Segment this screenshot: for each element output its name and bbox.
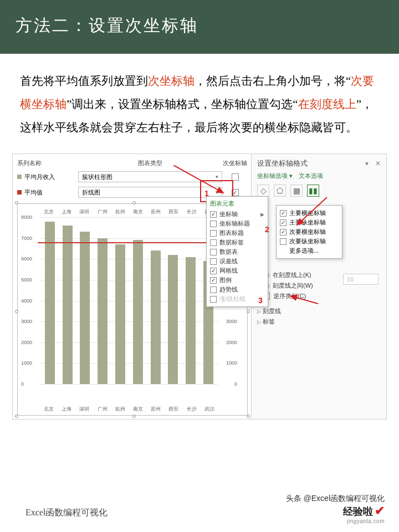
chart-element-item[interactable]: 趋势线: [210, 285, 264, 294]
bar[interactable]: [168, 255, 178, 384]
chart-element-item[interactable]: 图表标题: [210, 228, 264, 238]
chart-elements-popup: 图表元素 ✓坐标轴▶坐标轴标题图表标题数据标签数据表误差线✓网格线✓图例趋势线涨…: [206, 196, 268, 307]
series-label: 平均月收入: [24, 173, 55, 181]
series-table: 系列名称 图表类型 次坐标轴 平均月收入 簇状柱形图▾ 平均值 折线图▾ ✓ 1: [17, 157, 248, 200]
chart-element-item[interactable]: 误差线: [210, 257, 264, 266]
bar[interactable]: [45, 222, 55, 384]
series-label: 平均值: [24, 188, 43, 197]
bar[interactable]: [98, 238, 108, 384]
bar[interactable]: [133, 240, 143, 384]
col-chart-type: 图表类型: [78, 159, 222, 167]
bar[interactable]: [115, 244, 125, 384]
col-series-name: 系列名称: [17, 159, 78, 167]
chart-element-item[interactable]: 坐标轴标题: [210, 219, 264, 228]
bar[interactable]: [80, 232, 90, 384]
section-tick-marks[interactable]: ▷刻度线: [257, 306, 381, 316]
axis-submenu-popup: ✓主要横坐标轴✓主要纵坐标轴✓次要横坐标轴次要纵坐标轴更多选项...: [276, 205, 342, 259]
x-axis-labels-bottom: 北京上海深圳广州杭州南京苏州西安长沙武汉: [40, 406, 218, 413]
chart-element-item[interactable]: ✓网格线: [210, 266, 264, 275]
pane-subtabs[interactable]: 坐标轴选项 ▾ 文本选项: [257, 172, 381, 180]
chart-element-item[interactable]: 数据表: [210, 247, 264, 257]
dropdown-icon[interactable]: ▾: [365, 160, 369, 167]
series-color-swatch: [17, 190, 22, 195]
size-icon[interactable]: ▦: [290, 185, 303, 197]
instruction-paragraph: 首先将平均值系列放置到次坐标轴，然后点击右上角小加号，将“次要横坐标轴”调出来，…: [0, 54, 399, 149]
axis-options-icon[interactable]: ▮▮: [307, 185, 319, 197]
chart-element-item[interactable]: ✓坐标轴▶: [210, 209, 264, 219]
effects-icon[interactable]: ⬠: [274, 185, 286, 197]
col-secondary-axis: 次坐标轴: [222, 159, 248, 167]
bar[interactable]: [186, 257, 196, 385]
axis-option-item[interactable]: ✓次要横坐标轴: [280, 227, 339, 237]
x-axis-labels-top: 北京上海深圳广州杭州南京苏州西安长沙武汉: [40, 208, 218, 216]
bar[interactable]: [63, 226, 73, 384]
callout-number: 2: [265, 225, 269, 234]
axis-option-item[interactable]: ✓主要纵坐标轴: [280, 218, 339, 227]
series-color-swatch: [17, 175, 22, 179]
excel-screenshot: 系列名称 图表类型 次坐标轴 平均月收入 簇状柱形图▾ 平均值 折线图▾ ✓ 1: [12, 154, 387, 420]
checkbox-reverse-categories[interactable]: 逆序类别(C): [257, 291, 381, 301]
chevron-down-icon: ▾: [216, 174, 218, 180]
pane-icon-tabs: ◇ ⬠ ▦ ▮▮: [257, 185, 381, 197]
bar[interactable]: [151, 250, 161, 384]
callout-number: 3: [258, 296, 263, 305]
chart-element-item[interactable]: 涨/跌柱线: [210, 294, 264, 304]
section-labels[interactable]: ▷标签: [257, 316, 381, 327]
axis-option-item[interactable]: ✓主要横坐标轴: [280, 208, 339, 218]
average-line: [38, 242, 221, 243]
footer-watermark: 头条 @Excel函数编程可视化 经验啦✔ jingyanla.com: [286, 494, 385, 524]
close-icon[interactable]: ✕: [375, 160, 381, 167]
pane-title-text: 设置坐标轴格式: [257, 158, 308, 168]
format-axis-pane: 设置坐标轴格式 ▾ ✕ 坐标轴选项 ▾ 文本选项 ◇ ⬠ ▦ ▮▮ 图表元素 ✓…: [251, 154, 386, 419]
axis-number-input[interactable]: 10: [343, 274, 378, 285]
axis-option-item[interactable]: 次要纵坐标轴: [280, 237, 339, 246]
chart-element-item[interactable]: 数据标签: [210, 238, 264, 247]
axis-option-item[interactable]: 更多选项...: [280, 246, 339, 255]
popup-title: 图表元素: [210, 200, 264, 208]
fill-icon[interactable]: ◇: [257, 185, 269, 197]
chart-element-item[interactable]: ✓图例: [210, 275, 264, 285]
chart-area[interactable]: 0010001000200020003000300040004000500050…: [40, 217, 218, 384]
footer-credit-left: Excel函数编程可视化: [25, 507, 108, 519]
check-icon: ✔: [375, 504, 385, 518]
page-title: 方法二：设置次坐标轴: [0, 0, 399, 54]
